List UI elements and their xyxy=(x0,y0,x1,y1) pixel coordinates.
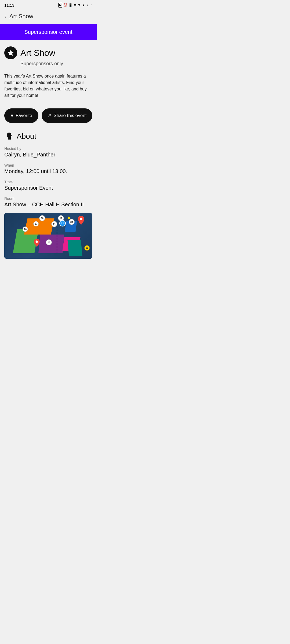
battery-icon: ○ xyxy=(90,3,92,7)
status-bar: 11:13 N ⏰ 📳 ✱ ▼ ▲ ▲ ○ xyxy=(0,0,97,10)
heart-icon: ♥ xyxy=(10,113,13,119)
supersponsor-text: Supersponsor event xyxy=(24,29,72,35)
event-icon xyxy=(4,46,17,59)
map-pin-14: 14 xyxy=(46,239,52,245)
action-buttons: ♥ Favorite ↗ Share this event xyxy=(0,103,97,129)
status-icons: N ⏰ 📳 ✱ ▼ ▲ ▲ ○ xyxy=(58,3,92,8)
room-item: Room Art Show – CCH Hall H Section II xyxy=(4,196,92,208)
when-label: When xyxy=(4,163,92,167)
when-item: When Monday, 12:00 until 13:00. xyxy=(4,163,92,174)
share-button[interactable]: ↗ Share this event xyxy=(42,108,92,123)
map-arrow-up: ▲ xyxy=(67,214,71,220)
bluetooth-icon: ✱ xyxy=(74,3,77,7)
room-label: Room xyxy=(4,196,92,201)
map-section[interactable]: 20 12 11 21 24 17 xyxy=(4,213,92,259)
event-title: Art Show xyxy=(20,48,55,58)
back-chevron-icon: ‹ xyxy=(4,13,6,20)
map-pin-red-main xyxy=(34,239,40,248)
signal-icon: ▲ xyxy=(82,3,85,7)
share-label: Share this event xyxy=(54,113,87,118)
svg-point-1 xyxy=(36,240,38,243)
about-section: About Hosted by Cairyn, Blue_Panther Whe… xyxy=(0,129,97,208)
top-nav: ‹ Art Show xyxy=(0,10,97,24)
map-floor-teal xyxy=(67,240,82,256)
star-icon xyxy=(7,49,15,57)
favorite-button[interactable]: ♥ Favorite xyxy=(4,108,38,123)
signal2-icon: ▲ xyxy=(86,3,89,7)
event-subtitle: Supersponsors only xyxy=(20,61,92,67)
map-pin-20: 20 xyxy=(39,215,45,221)
about-title: About xyxy=(17,132,36,141)
nav-title: Art Show xyxy=(9,13,33,20)
hosted-by-label: Hosted by xyxy=(4,147,92,151)
supersponsor-banner: Supersponsor event xyxy=(0,24,97,40)
favorite-label: Favorite xyxy=(16,113,32,118)
vibrate-icon: 📳 xyxy=(68,3,73,7)
room-value: Art Show – CCH Hall H Section II xyxy=(4,202,92,208)
map-pin-21: 21 xyxy=(59,220,66,226)
event-title-row: Art Show xyxy=(4,46,92,59)
map-pin-11: 11 xyxy=(51,221,57,227)
map-pin-red xyxy=(78,216,84,226)
track-item: Track Supersponsor Event xyxy=(4,180,92,191)
event-description: This year's Art Show once again features… xyxy=(4,73,92,99)
hosted-by-item: Hosted by Cairyn, Blue_Panther xyxy=(4,147,92,158)
hosted-by-value: Cairyn, Blue_Panther xyxy=(4,152,92,158)
when-value: Monday, 12:00 until 13:00. xyxy=(4,168,92,174)
map-pin-16: 16 xyxy=(23,226,28,232)
map-pin-12b: 12 xyxy=(84,245,90,251)
about-title-row: About xyxy=(4,131,92,141)
track-value: Supersponsor Event xyxy=(4,185,92,191)
wifi-icon: ▼ xyxy=(78,3,81,7)
svg-point-0 xyxy=(80,218,82,220)
track-label: Track xyxy=(4,180,92,184)
back-button[interactable]: ‹ xyxy=(4,13,7,20)
event-header: Art Show Supersponsors only This year's … xyxy=(0,40,97,103)
status-time: 11:13 xyxy=(4,3,15,8)
figure-icon xyxy=(5,132,13,141)
alarm-icon: ⏰ xyxy=(63,3,67,7)
about-icon xyxy=(4,131,14,141)
share-icon: ↗ xyxy=(48,113,52,119)
map-canvas: 20 12 11 21 24 17 xyxy=(4,213,92,259)
map-pin-17: 17 xyxy=(33,221,39,226)
nfc-icon: N xyxy=(58,3,62,8)
